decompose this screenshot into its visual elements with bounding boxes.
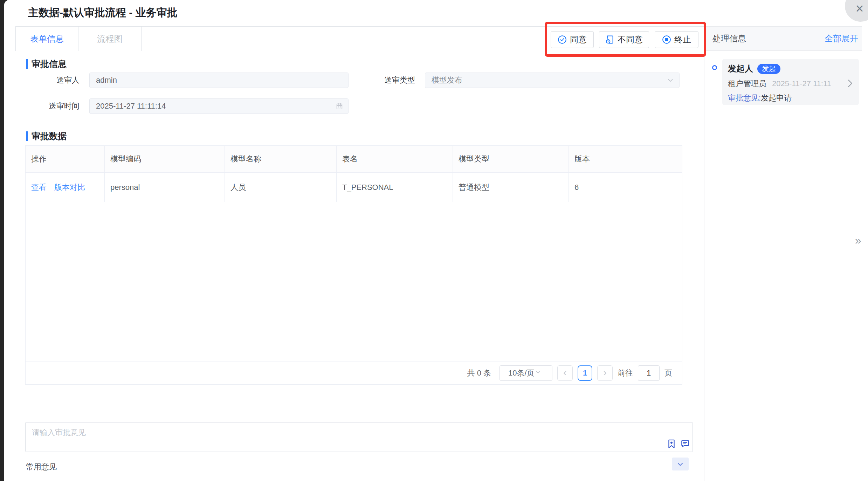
prev-page-button[interactable]: ‹ <box>557 365 573 381</box>
table-cell-version: 6 <box>569 173 682 202</box>
send-type-label: 送审类型 <box>356 75 415 85</box>
collapse-panel-icon[interactable]: » <box>851 233 865 248</box>
next-page-button[interactable]: › <box>597 365 613 381</box>
sender-input[interactable]: admin <box>89 73 349 88</box>
sender-label: 送审人 <box>25 75 80 85</box>
initiate-time: 2025-11-27 11:11 <box>772 79 831 88</box>
timeline-card: 发起人 发起 租户管理员 2025-11-27 11:11 审批意见:发起申请 <box>722 59 859 105</box>
page-number-1[interactable]: 1 <box>578 365 592 381</box>
page-size-select[interactable]: 10条/页 <box>500 365 552 381</box>
column-header-version: 版本 <box>569 146 682 172</box>
opinion-label: 审批意见: <box>728 94 761 102</box>
view-link[interactable]: 查看 <box>31 182 47 193</box>
initiator-user: 租户管理员 <box>728 78 766 89</box>
process-panel-header: 处理信息 全部展开 <box>704 26 862 51</box>
chevron-down-icon <box>676 460 684 468</box>
panel-divider <box>704 21 704 481</box>
pagination-total: 共 0 条 <box>467 368 491 378</box>
section-approval-info-title: 审批信息 <box>32 58 67 70</box>
opinion-text: 发起申请 <box>761 94 792 102</box>
initiate-badge: 发起 <box>757 64 780 74</box>
section-approval-info: 审批信息 <box>26 58 67 70</box>
timeline-card-user-row: 租户管理员 2025-11-27 11:11 <box>728 78 853 89</box>
table-cell-model-name: 人员 <box>225 173 337 202</box>
section-accent-bar <box>26 59 28 69</box>
column-header-model-code: 模型编码 <box>105 146 225 172</box>
bookmark-star-icon[interactable] <box>667 439 676 449</box>
dialog-title: 主数据-默认审批流程 - 业务审批 <box>28 6 178 20</box>
send-time-input[interactable]: 2025-11-27 11:11:14 <box>89 98 349 114</box>
timeline-card-opinion-row: 审批意见:发起申请 <box>728 93 853 103</box>
send-type-select-value: 模型发布 <box>432 75 462 85</box>
goto-label: 前往 <box>618 368 633 378</box>
pagination: 共 0 条 10条/页 ‹ 1 › 前往 页 <box>26 362 682 384</box>
chevron-down-icon <box>667 76 674 84</box>
version-compare-link[interactable]: 版本对比 <box>54 182 85 193</box>
process-panel-title: 处理信息 <box>712 33 746 44</box>
section-approval-data-title: 审批数据 <box>32 130 67 142</box>
column-header-action: 操作 <box>26 146 105 172</box>
comment-input-wrapper <box>25 422 693 452</box>
tab-flowchart[interactable]: 流程图 <box>78 27 142 51</box>
header-divider <box>8 21 868 21</box>
goto-page-input[interactable] <box>638 365 660 381</box>
column-header-model-name: 模型名称 <box>225 146 337 172</box>
common-opinions-label: 常用意见 <box>26 462 57 472</box>
initiator-role: 发起人 <box>728 63 753 74</box>
chevron-left-icon: ‹ <box>563 366 567 378</box>
timeline-card-header: 发起人 发起 <box>728 63 853 74</box>
approval-data-table: 操作 模型编码 模型名称 表名 模型类型 版本 查看 版本对比 personal… <box>25 145 682 385</box>
tab-flowchart-label: 流程图 <box>97 33 123 44</box>
page-unit-label: 页 <box>664 368 672 378</box>
tab-form-info[interactable]: 表单信息 <box>15 27 78 51</box>
table-cell-model-code: personal <box>105 173 225 202</box>
page-number-1-label: 1 <box>583 369 587 378</box>
send-time-label: 送审时间 <box>25 101 80 111</box>
column-header-model-type: 模型类型 <box>453 146 569 172</box>
approval-dialog: 主数据-默认审批流程 - 业务审批 表单信息 流程图 同意 不同意 终止 审批信… <box>4 0 868 481</box>
chevron-right-icon[interactable] <box>847 79 853 88</box>
comment-section-divider <box>18 418 704 418</box>
tab-form-info-label: 表单信息 <box>30 33 64 44</box>
chevron-right-icon: › <box>603 366 607 378</box>
section-approval-data: 审批数据 <box>26 130 67 142</box>
chevron-down-icon <box>535 369 542 378</box>
column-header-table-name: 表名 <box>337 146 453 172</box>
expand-all-link[interactable]: 全部展开 <box>825 33 858 44</box>
send-type-select[interactable]: 模型发布 <box>425 73 680 88</box>
annotation-highlight-box <box>545 22 706 57</box>
table-cell-table-name: T_PERSONAL <box>337 173 453 202</box>
table-header-row: 操作 模型编码 模型名称 表名 模型类型 版本 <box>26 146 682 173</box>
panel-right-border <box>862 21 862 481</box>
timeline-dot <box>712 65 717 70</box>
comment-bubble-icon[interactable] <box>681 439 690 448</box>
page-size-value: 10条/页 <box>508 368 535 378</box>
section-accent-bar <box>26 131 28 141</box>
sender-input-value: admin <box>96 76 117 85</box>
calendar-icon <box>336 102 343 110</box>
table-row: 查看 版本对比 personal 人员 T_PERSONAL 普通模型 6 <box>26 173 682 202</box>
table-cell-actions: 查看 版本对比 <box>26 173 105 202</box>
common-opinions-expand-button[interactable] <box>672 458 689 470</box>
send-time-input-value: 2025-11-27 11:11:14 <box>96 102 166 111</box>
table-cell-model-type: 普通模型 <box>453 173 569 202</box>
close-icon[interactable]: × <box>852 0 867 17</box>
bottom-divider <box>18 475 704 475</box>
comment-textarea[interactable] <box>26 422 693 452</box>
